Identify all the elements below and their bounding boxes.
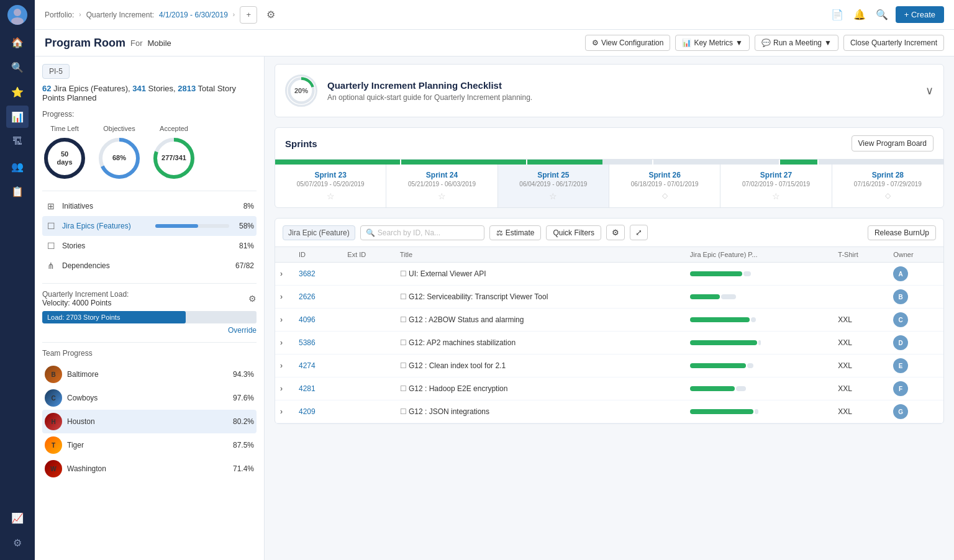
expand-icon-btn[interactable]: ⤢ bbox=[630, 225, 648, 240]
progress-bar-mini bbox=[690, 294, 829, 299]
row-id[interactable]: 4209 bbox=[294, 400, 342, 423]
row-expander[interactable]: › bbox=[275, 332, 294, 355]
sprint27-star[interactable]: ☆ bbox=[725, 191, 826, 201]
checklist-title: Quarterly Increment Planning Checklist bbox=[327, 80, 915, 91]
row-id[interactable]: 4281 bbox=[294, 377, 342, 400]
sprint26-name[interactable]: Sprint 26 bbox=[614, 171, 715, 179]
sidebar-item-search[interactable]: 🔍 bbox=[6, 56, 29, 78]
settings-icon[interactable]: ⚙ bbox=[262, 6, 279, 24]
qi-label: Quarterly Increment: bbox=[86, 11, 154, 19]
team-row-washington[interactable]: W Washington 71.4% bbox=[42, 457, 257, 481]
view-board-button[interactable]: View Program Board bbox=[852, 135, 934, 151]
row-expander[interactable]: › bbox=[275, 400, 294, 423]
row-owner: D bbox=[888, 332, 943, 355]
close-qi-button[interactable]: Close Quarterly Increment bbox=[843, 35, 944, 51]
baltimore-pct: 94.3% bbox=[233, 370, 254, 379]
add-button[interactable]: + bbox=[240, 6, 257, 24]
row-ext-id bbox=[342, 377, 394, 400]
view-config-button[interactable]: ⚙ View Configuration bbox=[585, 35, 671, 51]
sprint23-name[interactable]: Sprint 23 bbox=[280, 171, 381, 179]
sprint25-empty bbox=[602, 160, 652, 165]
stories-row[interactable]: ☐ Stories 81% bbox=[42, 236, 257, 256]
epic-search[interactable]: 🔍 Search by ID, Na... bbox=[360, 225, 484, 240]
override-link[interactable]: Override bbox=[42, 326, 257, 335]
run-meeting-button[interactable]: 💬 Run a Meeting ▼ bbox=[755, 35, 838, 51]
qi-chevron: › bbox=[233, 11, 235, 18]
portfolio-chevron: › bbox=[79, 11, 81, 18]
sprint26-diamond[interactable]: ◇ bbox=[614, 191, 715, 200]
row-expander[interactable]: › bbox=[275, 263, 294, 286]
team-row-baltimore[interactable]: B Baltimore 94.3% bbox=[42, 363, 257, 386]
sprint25-star[interactable]: ☆ bbox=[503, 191, 604, 201]
owner-avatar: B bbox=[893, 289, 908, 304]
sidebar-item-reports[interactable]: 📈 bbox=[6, 507, 29, 529]
sidebar-item-favorites[interactable]: ⭐ bbox=[6, 81, 29, 103]
sprint24-name[interactable]: Sprint 24 bbox=[391, 171, 492, 179]
team-row-houston[interactable]: H Houston 80.2% bbox=[42, 410, 257, 433]
sidebar-item-board[interactable]: 📋 bbox=[6, 180, 29, 202]
row-id[interactable]: 3682 bbox=[294, 263, 342, 286]
row-shirt: XXL bbox=[833, 332, 888, 355]
row-progress bbox=[685, 309, 834, 332]
initiatives-row[interactable]: ⊞ Initiatives 8% bbox=[42, 196, 257, 216]
row-owner: B bbox=[888, 286, 943, 309]
baltimore-name: Baltimore bbox=[67, 370, 233, 379]
sprint28-name[interactable]: Sprint 28 bbox=[837, 171, 938, 179]
qi-settings-icon[interactable]: ⚙ bbox=[248, 294, 257, 304]
progress-empty-mini bbox=[755, 409, 758, 414]
team-row-cowboys[interactable]: C Cowboys 97.6% bbox=[42, 386, 257, 410]
sprint26-dates: 06/18/2019 - 07/01/2019 bbox=[614, 181, 715, 187]
sprint23-star[interactable]: ☆ bbox=[280, 191, 381, 201]
row-expander[interactable]: › bbox=[275, 309, 294, 332]
sidebar-item-home[interactable]: 🏠 bbox=[6, 31, 29, 53]
svg-point-0 bbox=[14, 9, 21, 16]
settings-icon-btn[interactable]: ⚙ bbox=[606, 225, 625, 240]
user-avatar[interactable] bbox=[7, 5, 27, 25]
team-row-tiger[interactable]: T Tiger 87.5% bbox=[42, 433, 257, 457]
stories-count: 341 bbox=[132, 84, 146, 93]
epics-row[interactable]: ☐ Jira Epics (Features) 58% bbox=[42, 216, 257, 236]
row-id[interactable]: 2626 bbox=[294, 286, 342, 309]
qi-load-section: Quarterly Increment Load: Velocity: 4000… bbox=[42, 283, 257, 335]
load-bar-wrap: Load: 2703 Story Points bbox=[42, 311, 257, 323]
release-burnup-button[interactable]: Release BurnUp bbox=[868, 225, 936, 240]
washington-pct: 71.4% bbox=[233, 464, 254, 473]
search-icon[interactable]: 🔍 bbox=[873, 6, 891, 24]
stats-text: 62 Jira Epics (Features), 341 Stories, 2… bbox=[42, 84, 257, 102]
key-metrics-button[interactable]: 📊 Key Metrics ▼ bbox=[675, 35, 750, 51]
sidebar-item-settings[interactable]: ⚙ bbox=[6, 531, 29, 554]
table-row: › 5386 ☐ G12: AP2 machines stabilization… bbox=[275, 332, 943, 355]
row-id[interactable]: 4274 bbox=[294, 355, 342, 377]
row-expander[interactable]: › bbox=[275, 355, 294, 377]
sprint27-name[interactable]: Sprint 27 bbox=[725, 171, 826, 179]
notification-icon[interactable]: 🔔 bbox=[851, 6, 868, 24]
create-button[interactable]: + Create bbox=[896, 6, 944, 23]
row-expander[interactable]: › bbox=[275, 377, 294, 400]
sidebar-item-people[interactable]: 👥 bbox=[6, 155, 29, 178]
row-owner: G bbox=[888, 400, 943, 423]
checklist-toggle[interactable]: ∨ bbox=[925, 84, 934, 97]
sidebar-item-analytics[interactable]: 📊 bbox=[6, 106, 29, 128]
row-ext-id bbox=[342, 332, 394, 355]
document-icon[interactable]: 📄 bbox=[829, 6, 846, 24]
quick-filters-button[interactable]: Quick Filters bbox=[546, 225, 601, 240]
dependencies-row[interactable]: ⋔ Dependencies 67/82 bbox=[42, 256, 257, 276]
row-id[interactable]: 5386 bbox=[294, 332, 342, 355]
sprints-header: Sprints View Program Board bbox=[275, 128, 943, 160]
row-expander[interactable]: › bbox=[275, 286, 294, 309]
tiger-avatar: T bbox=[45, 436, 62, 454]
progress-fill-mini bbox=[690, 386, 735, 391]
left-panel: PI-5 62 Jira Epics (Features), 341 Stori… bbox=[35, 56, 265, 560]
sprint24-star[interactable]: ☆ bbox=[391, 191, 492, 201]
team-progress-label: Team Progress bbox=[42, 349, 257, 358]
dependencies-icon: ⋔ bbox=[45, 260, 57, 272]
sidebar-item-roadmap[interactable]: 🏗 bbox=[6, 130, 29, 153]
objectives-label: Objectives bbox=[103, 125, 135, 132]
row-id[interactable]: 4096 bbox=[294, 309, 342, 332]
sprint28-diamond[interactable]: ◇ bbox=[837, 191, 938, 200]
sprint26-bar bbox=[653, 160, 778, 165]
checklist-card: 20% Quarterly Increment Planning Checkli… bbox=[275, 64, 944, 117]
row-progress bbox=[685, 332, 834, 355]
estimate-button[interactable]: ⚖ Estimate bbox=[489, 225, 542, 240]
sprint25-name[interactable]: Sprint 25 bbox=[503, 171, 604, 179]
